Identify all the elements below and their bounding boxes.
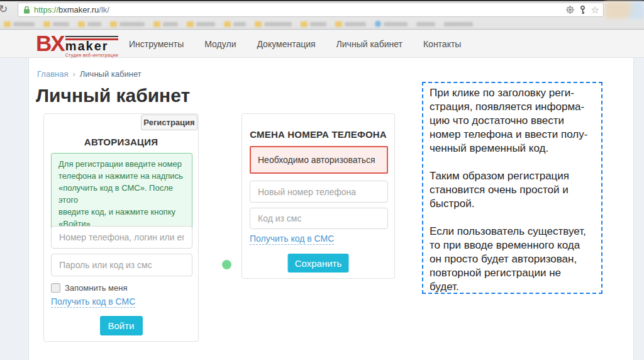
key-icon[interactable] [580,6,586,14]
registration-tab[interactable]: Регистрация [141,115,197,130]
nav-item-kontakty[interactable]: Контакты [423,39,461,49]
authorization-card: Регистрация АВТОРИЗАЦИЯ Для регистрации … [43,113,199,342]
new-phone-input[interactable] [250,181,388,203]
page-title: Личный кабинет [36,85,190,106]
nav-item-dokumentaciya[interactable]: Документация [257,39,315,49]
breadcrumb: Главная›Личный кабинет [37,69,142,79]
nav-item-moduli[interactable]: Модули [204,39,236,49]
remember-me-label: Запомнить меня [65,283,127,293]
password-input[interactable] [51,254,192,276]
breadcrumb-home-link[interactable]: Главная [37,69,68,79]
remember-me-row: Запомнить меня [51,283,127,293]
reload-icon[interactable]: ↻ [0,3,10,16]
breadcrumb-separator: › [72,69,75,79]
sms-code-input[interactable] [250,208,388,229]
desktop-blur [605,1,644,19]
auth-required-alert: Необходимо авторизоваться [250,146,388,174]
url-host: bxmaker.ru [58,5,99,14]
screen: ↻ https://bxmaker.ru/lk/ [0,0,644,360]
url-text: https://bxmaker.ru/lk/ [34,5,109,14]
address-bar[interactable]: https://bxmaker.ru/lk/ [18,3,604,17]
padlock-icon [23,6,30,14]
logo-right: maker Студия веб-интеграции [65,36,119,57]
phone-change-card: СМЕНА НОМЕРА ТЕЛЕФОНА Необходимо авториз… [242,113,395,279]
bookmark-star-icon[interactable]: ☆ [591,5,599,14]
extension-flower-icon[interactable] [566,6,574,14]
login-input[interactable] [51,226,192,249]
remember-me-checkbox[interactable] [51,283,60,293]
logo-bx: BX [36,33,64,54]
logo-maker: maker [65,40,119,52]
url-scheme: https:// [34,5,58,14]
registration-info-box: Для регистрации введите номер телефона и… [51,153,192,235]
authorization-title: АВТОРИЗАЦИЯ [44,137,198,147]
get-sms-code-link[interactable]: Получить код в СМС [51,296,135,308]
main-nav: Инструменты Модули Документация Личный к… [129,30,461,58]
password-field-green-dot-icon [222,260,231,269]
save-button[interactable]: Сохранить [288,254,349,273]
address-bar-icons: ☆ [566,5,599,14]
logo-tagline: Студия веб-интеграции [65,53,119,57]
nav-item-lichnyj-kabinet[interactable]: Личный кабинет [336,39,402,49]
site-header: BX maker Студия веб-интеграции Инструмен… [0,30,644,58]
login-button[interactable]: Войти [100,316,143,335]
breadcrumb-current: Личный кабинет [80,69,142,79]
logo[interactable]: BX maker Студия веб-интеграции [36,33,118,57]
annotation-note: При клике по заголовку реги- страция, по… [422,82,602,294]
nav-item-instrumenty[interactable]: Инструменты [129,39,184,49]
url-path: /lk/ [99,5,109,14]
window-top-edge [0,0,644,1]
get-sms-code-link[interactable]: Получить код в СМС [250,233,334,245]
phone-change-title: СМЕНА НОМЕРА ТЕЛЕФОНА [242,129,394,140]
browser-chrome: ↻ https://bxmaker.ru/lk/ [0,0,644,30]
bookmarks-bar [0,19,644,29]
